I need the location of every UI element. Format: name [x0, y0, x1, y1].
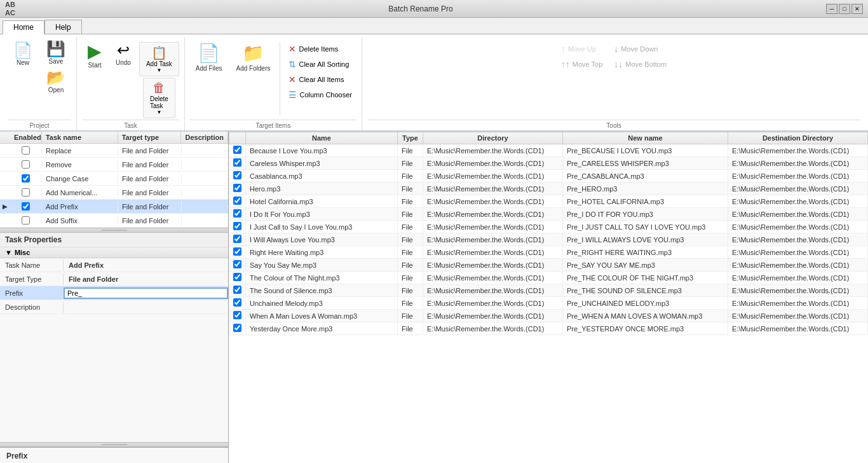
- clear-all-sorting-button[interactable]: ⇅ Clear All Sorting: [284, 57, 356, 71]
- row-enabled-checkbox[interactable]: [22, 216, 30, 225]
- move-up-button[interactable]: ↑ Move Up: [557, 42, 607, 56]
- file-row[interactable]: I Will Always Love You.mp3 File E:\Music…: [229, 233, 868, 246]
- row-enabled-cell[interactable]: [10, 202, 42, 211]
- file-checkbox[interactable]: [233, 324, 241, 332]
- maximize-button[interactable]: □: [839, 4, 850, 14]
- file-row-check[interactable]: [229, 272, 246, 284]
- row-enabled-cell[interactable]: [10, 160, 42, 169]
- file-checkbox[interactable]: [233, 209, 241, 218]
- column-chooser-button[interactable]: ☰ Column Chooser: [284, 88, 356, 102]
- file-row-check[interactable]: [229, 310, 246, 322]
- task-row[interactable]: Remove File and Folder: [0, 158, 228, 172]
- row-enabled-checkbox[interactable]: [22, 188, 30, 197]
- file-checkbox[interactable]: [233, 298, 241, 307]
- prop-row[interactable]: Description: [0, 300, 228, 314]
- move-bottom-button[interactable]: ↓↓ Move Bottom: [609, 57, 671, 71]
- misc-section-header[interactable]: ▼ Misc: [0, 247, 228, 258]
- th-newname[interactable]: New name: [563, 132, 728, 144]
- file-row-check[interactable]: [229, 322, 246, 335]
- file-row-check[interactable]: [229, 170, 246, 183]
- move-top-button[interactable]: ↑↑ Move Top: [557, 57, 607, 71]
- undo-button[interactable]: ↩ Undo: [110, 39, 137, 69]
- file-row-check[interactable]: [229, 284, 246, 297]
- move-down-button[interactable]: ↓ Move Down: [609, 42, 671, 56]
- file-checkbox[interactable]: [233, 222, 241, 230]
- task-row[interactable]: ▶ Add Prefix File and Folder: [0, 200, 228, 214]
- file-row-check[interactable]: [229, 297, 246, 310]
- file-row-check[interactable]: [229, 221, 246, 233]
- th-destdir[interactable]: Destination Directory: [728, 132, 868, 144]
- file-checkbox[interactable]: [233, 247, 241, 256]
- row-enabled-cell[interactable]: [10, 188, 42, 197]
- file-checkbox[interactable]: [233, 171, 241, 179]
- open-button[interactable]: 📂 Open: [41, 68, 71, 95]
- start-button[interactable]: ▶ Start: [82, 39, 107, 72]
- tab-home[interactable]: Home: [3, 20, 44, 34]
- prop-row[interactable]: Task Name Add Prefix: [0, 258, 228, 272]
- row-task-name: Change Case: [42, 174, 118, 184]
- save-button[interactable]: 💾 Save: [41, 39, 71, 67]
- delete-items-button[interactable]: ✕ Delete Items: [284, 42, 356, 56]
- file-checkbox[interactable]: [233, 260, 241, 268]
- file-checkbox[interactable]: [233, 158, 241, 167]
- file-checkbox[interactable]: [233, 235, 241, 243]
- file-row[interactable]: Hotel California.mp3 File E:\Music\Remem…: [229, 195, 868, 208]
- file-row-check[interactable]: [229, 246, 246, 259]
- file-checkbox[interactable]: [233, 286, 241, 294]
- task-row[interactable]: Replace File and Folder: [0, 144, 228, 158]
- row-enabled-checkbox[interactable]: [22, 160, 30, 169]
- file-table-container[interactable]: Name Type Directory New name Destination…: [229, 132, 868, 463]
- task-row[interactable]: Add Suffix File and Folder: [0, 214, 228, 228]
- clear-all-items-button[interactable]: ✕ Clear All Items: [284, 73, 356, 86]
- row-enabled-checkbox[interactable]: [22, 202, 30, 211]
- prop-row[interactable]: Target Type File and Folder: [0, 272, 228, 286]
- resize-handle-tasks[interactable]: [0, 228, 228, 233]
- row-enabled-checkbox[interactable]: [22, 146, 30, 155]
- file-row-check[interactable]: [229, 157, 246, 170]
- file-row[interactable]: I Just Call to Say I Love You.mp3 File E…: [229, 221, 868, 233]
- file-row[interactable]: The Colour of The Night.mp3 File E:\Musi…: [229, 272, 868, 284]
- file-row[interactable]: Right Here Waiting.mp3 File E:\Music\Rem…: [229, 246, 868, 259]
- row-enabled-cell[interactable]: [10, 174, 42, 183]
- file-checkbox[interactable]: [233, 273, 241, 281]
- file-row[interactable]: Hero.mp3 File E:\Music\Remember.the.Word…: [229, 183, 868, 195]
- row-enabled-checkbox[interactable]: [22, 174, 30, 183]
- file-row-check[interactable]: [229, 208, 246, 221]
- file-row-check[interactable]: [229, 195, 246, 208]
- file-row[interactable]: When A Man Loves A Woman.mp3 File E:\Mus…: [229, 310, 868, 322]
- th-dir[interactable]: Directory: [423, 132, 563, 144]
- file-row[interactable]: I Do It For You.mp3 File E:\Music\Rememb…: [229, 208, 868, 221]
- file-row-check[interactable]: [229, 259, 246, 272]
- task-row[interactable]: Change Case File and Folder: [0, 172, 228, 186]
- tab-help[interactable]: Help: [44, 20, 82, 34]
- th-name[interactable]: Name: [246, 132, 398, 144]
- minimize-button[interactable]: ─: [826, 4, 837, 14]
- close-button[interactable]: ✕: [851, 4, 863, 14]
- file-checkbox[interactable]: [233, 311, 241, 319]
- file-checkbox[interactable]: [233, 146, 241, 154]
- row-enabled-cell[interactable]: [10, 216, 42, 225]
- prop-row[interactable]: Prefix: [0, 286, 228, 300]
- add-folders-button[interactable]: 📁 Add Folders: [231, 39, 276, 75]
- file-row[interactable]: Casablanca.mp3 File E:\Music\Remember.th…: [229, 170, 868, 183]
- file-row[interactable]: Because I Love You.mp3 File E:\Music\Rem…: [229, 144, 868, 157]
- file-row[interactable]: Say You Say Me.mp3 File E:\Music\Remembe…: [229, 259, 868, 272]
- file-row[interactable]: Unchained Melody.mp3 File E:\Music\Remem…: [229, 297, 868, 310]
- th-type[interactable]: Type: [398, 132, 423, 144]
- file-row[interactable]: The Sound of Silence.mp3 File E:\Music\R…: [229, 284, 868, 297]
- resize-handle-props[interactable]: [0, 442, 228, 447]
- file-row[interactable]: Careless Whisper.mp3 File E:\Music\Remem…: [229, 157, 868, 170]
- file-row-check[interactable]: [229, 144, 246, 157]
- file-row[interactable]: Yesterday Once More.mp3 File E:\Music\Re…: [229, 322, 868, 335]
- row-enabled-cell[interactable]: [10, 146, 42, 155]
- add-files-button[interactable]: 📄 Add Files: [190, 39, 228, 75]
- prop-input-prefix[interactable]: [64, 287, 228, 299]
- file-row-check[interactable]: [229, 183, 246, 195]
- file-row-check[interactable]: [229, 233, 246, 246]
- new-button[interactable]: 📄 New: [8, 39, 38, 69]
- file-checkbox[interactable]: [233, 184, 241, 192]
- add-task-button[interactable]: 📋 Add Task ▼: [139, 42, 179, 76]
- file-checkbox[interactable]: [233, 197, 241, 205]
- task-row[interactable]: Add Numerical... File and Folder: [0, 186, 228, 200]
- delete-task-button[interactable]: 🗑 DeleteTask ▼: [143, 78, 175, 118]
